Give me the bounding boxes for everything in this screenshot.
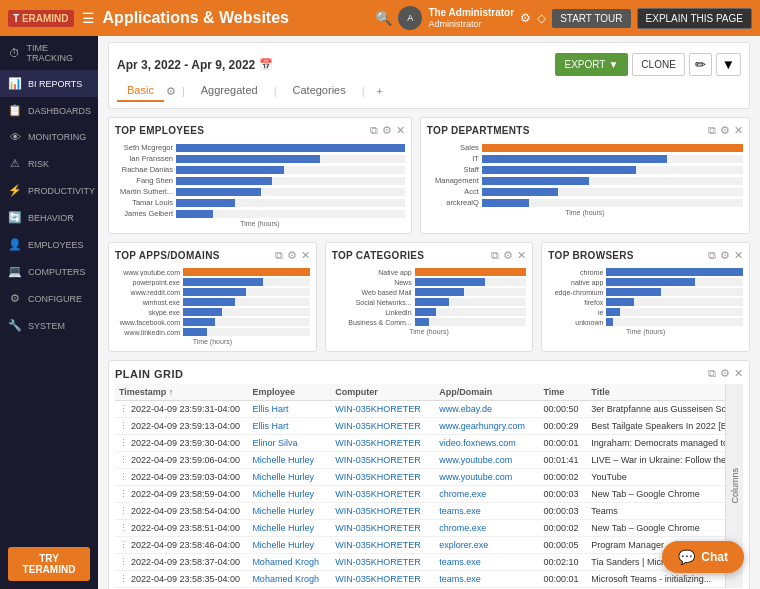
sidebar-item-risk[interactable]: ⚠ RISK: [0, 150, 98, 177]
settings-icon[interactable]: ⚙: [520, 11, 531, 25]
avatar: A: [398, 6, 422, 30]
chat-label: Chat: [701, 550, 728, 564]
col-employee[interactable]: Employee: [248, 384, 331, 401]
cell-employee: Mohamed Krogh: [248, 554, 331, 571]
top-bar-actions: 🔍 A The Administrator Administrator ⚙ ◇ …: [375, 6, 752, 30]
table-row[interactable]: ⋮2022-04-09 23:59:03-04:00 Michelle Hurl…: [115, 469, 743, 486]
cell-app: teams.exe: [435, 503, 539, 520]
cell-app: chrome.exe: [435, 520, 539, 537]
chat-button[interactable]: 💬 Chat: [662, 541, 744, 573]
bar-row: www.facebook.com: [115, 318, 310, 326]
sidebar-item-dashboards[interactable]: 📋 DASHBOARDS: [0, 97, 98, 124]
table-row[interactable]: ⋮2022-04-09 23:58:51-04:00 Michelle Hurl…: [115, 520, 743, 537]
cell-computer: WIN-035KHORETER: [331, 554, 435, 571]
tab-categories[interactable]: Categories: [283, 80, 356, 102]
copy-icon[interactable]: ⧉: [491, 249, 499, 262]
close-icon[interactable]: ✕: [396, 124, 405, 137]
col-app[interactable]: App/Domain: [435, 384, 539, 401]
copy-icon[interactable]: ⧉: [708, 249, 716, 262]
cell-employee: Ellis Hart: [248, 418, 331, 435]
table-row[interactable]: ⋮2022-04-09 23:58:35-04:00 Mohamed Krogh…: [115, 571, 743, 588]
sidebar-item-system[interactable]: 🔧 SYSTEM: [0, 312, 98, 339]
table-row[interactable]: ⋮2022-04-09 23:58:59-04:00 Michelle Hurl…: [115, 486, 743, 503]
try-teramind-button[interactable]: TRY TERAMIND: [8, 547, 90, 581]
col-timestamp[interactable]: Timestamp ↑: [115, 384, 248, 401]
bar-row: www.linkedin.com: [115, 328, 310, 336]
categories-chart: Native app News Web based Mail Social Ne…: [332, 268, 527, 326]
middle-widgets-row: TOP APPS/DOMAINS ⧉ ⚙ ✕ www.youtube.com p…: [108, 242, 750, 352]
col-computer[interactable]: Computer: [331, 384, 435, 401]
close-icon[interactable]: ✕: [517, 249, 526, 262]
tab-basic[interactable]: Basic: [117, 80, 164, 102]
top-employees-widget: TOP EMPLOYEES ⧉ ⚙ ✕ Seth Mcgregor Ian Fr…: [108, 117, 412, 234]
calendar-icon[interactable]: 📅: [259, 58, 273, 71]
apps-axis-title: Time (hours): [115, 338, 310, 345]
table-row[interactable]: ⋮2022-04-09 23:58:37-04:00 Mohamed Krogh…: [115, 554, 743, 571]
sidebar-item-time-tracking[interactable]: ⏱ TIME TRACKING: [0, 36, 98, 70]
settings-icon[interactable]: ⚙: [382, 124, 392, 137]
clone-button[interactable]: CLONE: [632, 53, 684, 76]
bar-row: Fang Shen: [115, 176, 405, 185]
cell-employee: Elinor Silva: [248, 435, 331, 452]
table-row[interactable]: ⋮2022-04-09 23:59:30-04:00 Elinor Silva …: [115, 435, 743, 452]
cell-computer: WIN-035KHORETER: [331, 435, 435, 452]
sidebar-item-bi-reports[interactable]: 📊 BI REPORTS: [0, 70, 98, 97]
bar-row: LinkedIn: [332, 308, 527, 316]
settings-icon[interactable]: ⚙: [287, 249, 297, 262]
cell-time: 00:00:03: [540, 486, 588, 503]
close-icon[interactable]: ✕: [734, 249, 743, 262]
search-icon[interactable]: 🔍: [375, 10, 392, 26]
cell-time: 00:00:01: [540, 571, 588, 588]
cell-timestamp: ⋮2022-04-09 23:58:54-04:00: [115, 503, 248, 520]
table-row[interactable]: ⋮2022-04-09 23:59:31-04:00 Ellis Hart WI…: [115, 401, 743, 418]
settings-icon[interactable]: ⚙: [503, 249, 513, 262]
copy-icon[interactable]: ⧉: [275, 249, 283, 262]
cell-employee: Michelle Hurley: [248, 520, 331, 537]
sidebar-item-productivity[interactable]: ⚡ PRODUCTIVITY: [0, 177, 98, 204]
hamburger-icon[interactable]: ☰: [82, 10, 95, 26]
top-categories-header: TOP CATEGORIES ⧉ ⚙ ✕: [332, 249, 527, 262]
settings-icon[interactable]: ⚙: [720, 249, 730, 262]
sidebar-item-label: CONFIGURE: [28, 294, 82, 304]
browsers-axis-title: Time (hours): [548, 328, 743, 335]
sidebar-item-employees[interactable]: 👤 EMPLOYEES: [0, 231, 98, 258]
tab-add-button[interactable]: +: [371, 81, 389, 101]
tab-settings-icon[interactable]: ⚙: [166, 85, 176, 98]
table-row[interactable]: ⋮2022-04-09 23:59:13-04:00 Ellis Hart WI…: [115, 418, 743, 435]
sidebar-item-label: SYSTEM: [28, 321, 65, 331]
cell-app: www.youtube.com: [435, 469, 539, 486]
sidebar-item-label: RISK: [28, 159, 49, 169]
top-departments-title: TOP DEPARTMENTS: [427, 125, 530, 136]
filter-icon-button[interactable]: ▼: [716, 53, 741, 76]
table-row[interactable]: ⋮2022-04-09 23:59:06-04:00 Michelle Hurl…: [115, 452, 743, 469]
start-tour-button[interactable]: START TOUR: [552, 9, 630, 28]
sidebar-item-configure[interactable]: ⚙ CONFIGURE: [0, 285, 98, 312]
copy-icon[interactable]: ⧉: [370, 124, 378, 137]
close-icon[interactable]: ✕: [301, 249, 310, 262]
copy-icon[interactable]: ⧉: [708, 124, 716, 137]
grid-settings-icon[interactable]: ⚙: [720, 367, 730, 380]
grid-close-icon[interactable]: ✕: [734, 367, 743, 380]
diamond-icon[interactable]: ◇: [537, 11, 546, 25]
date-row: Apr 3, 2022 - Apr 9, 2022 📅 EXPORT ▼ CLO…: [117, 49, 741, 80]
export-button[interactable]: EXPORT ▼: [555, 53, 629, 76]
edit-icon-button[interactable]: ✏: [689, 53, 712, 76]
table-row[interactable]: ⋮2022-04-09 23:58:46-04:00 Michelle Hurl…: [115, 537, 743, 554]
top-categories-title: TOP CATEGORIES: [332, 250, 425, 261]
col-time[interactable]: Time: [540, 384, 588, 401]
cell-computer: WIN-035KHORETER: [331, 537, 435, 554]
cell-timestamp: ⋮2022-04-09 23:59:06-04:00: [115, 452, 248, 469]
plain-grid-table: Timestamp ↑ Employee Computer App/Domain…: [115, 384, 743, 588]
grid-table-container: Timestamp ↑ Employee Computer App/Domain…: [115, 384, 743, 588]
sidebar-item-behavior[interactable]: 🔄 BEHAVIOR: [0, 204, 98, 231]
col-title[interactable]: Title: [587, 384, 743, 401]
table-row[interactable]: ⋮2022-04-09 23:58:54-04:00 Michelle Hurl…: [115, 503, 743, 520]
grid-copy-icon[interactable]: ⧉: [708, 367, 716, 380]
explain-page-button[interactable]: EXPLAIN THIS PAGE: [637, 8, 752, 29]
close-icon[interactable]: ✕: [734, 124, 743, 137]
settings-icon[interactable]: ⚙: [720, 124, 730, 137]
sidebar-item-computers[interactable]: 💻 COMPUTERS: [0, 258, 98, 285]
tab-aggregated[interactable]: Aggregated: [191, 80, 268, 102]
sidebar-item-monitoring[interactable]: 👁 MONITORING: [0, 124, 98, 150]
sidebar-item-label: EMPLOYEES: [28, 240, 84, 250]
